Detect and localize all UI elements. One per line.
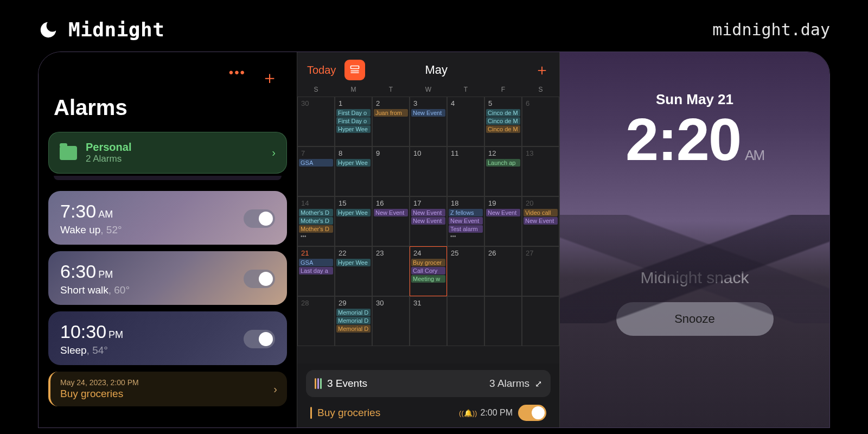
calendar-event[interactable]: Buy grocer: [411, 259, 445, 266]
calendar-event[interactable]: Memorial D: [336, 317, 371, 324]
calendar-event[interactable]: New Event: [449, 217, 483, 225]
day-number: 11: [449, 148, 483, 158]
calendar-cell[interactable]: 28: [297, 296, 335, 346]
calendar-event[interactable]: Test alarm: [449, 225, 483, 233]
calendar-event[interactable]: GSA: [299, 259, 333, 266]
calendar-event[interactable]: Z fellows: [449, 209, 483, 216]
calendar-cell[interactable]: 19New Event: [484, 196, 522, 246]
calendar-event[interactable]: Mother's D: [299, 217, 333, 225]
calendar-cell[interactable]: 24Buy grocerCall CoryMeeting w: [410, 246, 447, 296]
calendar-cell[interactable]: [447, 296, 484, 346]
calendar-cell[interactable]: 31: [410, 296, 447, 346]
moon-icon: [38, 20, 59, 40]
calendar-cell[interactable]: 8Hyper Wee: [335, 146, 372, 196]
alarm-card[interactable]: 6:30PMShort walk, 60°: [48, 251, 287, 305]
alarm-toggle[interactable]: [244, 330, 275, 348]
alarm-label: Wake up: [60, 224, 100, 235]
reminder-card[interactable]: May 24, 2023, 2:00 PM Buy groceries ›: [48, 372, 287, 406]
calendar-event[interactable]: New Event: [374, 209, 408, 216]
calendar-event[interactable]: Hyper Wee: [336, 125, 371, 133]
calendar-event[interactable]: First Day o: [336, 109, 371, 117]
task-indicator: [310, 407, 312, 419]
calendar-cell[interactable]: 2Juan from: [372, 97, 410, 146]
alarm-card[interactable]: 7:30AMWake up, 52°: [48, 191, 287, 245]
more-icon[interactable]: •••: [229, 66, 246, 90]
task-toggle[interactable]: [518, 405, 546, 421]
calendar-cell[interactable]: 21GSALast day a: [297, 246, 335, 296]
calendar-cell[interactable]: [484, 296, 522, 346]
calendar-cell[interactable]: 25: [447, 246, 484, 296]
more-events[interactable]: •••: [299, 233, 333, 239]
alarm-temp: , 52°: [100, 224, 122, 235]
calendar-cell[interactable]: 1First Day oFirst Day oHyper Wee: [335, 97, 372, 146]
day-summary[interactable]: 3 Events 3 Alarms ⤢: [306, 370, 551, 397]
add-event-button[interactable]: ＋: [534, 60, 550, 80]
calendar-cell[interactable]: 15Hyper Wee: [335, 196, 372, 246]
calendar-cell[interactable]: 14Mother's DMother's DMother's D•••: [297, 196, 335, 246]
calendar-cell[interactable]: 13: [522, 146, 559, 196]
calendar-event[interactable]: New Event: [524, 217, 558, 225]
calendar-event[interactable]: Hyper Wee: [336, 159, 371, 167]
day-number: [524, 298, 558, 300]
calendar-event[interactable]: Memorial D: [336, 325, 371, 333]
calendar-event[interactable]: Meeting w: [411, 275, 445, 283]
calendar-cell[interactable]: 11: [447, 146, 484, 196]
calendar-cell[interactable]: 22Hyper Wee: [335, 246, 372, 296]
calendar-cell[interactable]: 5Cinco de MCinco de MCinco de M: [484, 97, 522, 146]
calendar-event[interactable]: Video call: [524, 209, 558, 216]
day-number: 6: [524, 98, 558, 108]
calendar-event[interactable]: Memorial D: [336, 309, 371, 316]
alarm-toggle[interactable]: [244, 209, 275, 228]
day-number: 25: [449, 248, 483, 258]
calendar-cell[interactable]: 16New Event: [372, 196, 410, 246]
calendar-cell[interactable]: 30: [372, 296, 410, 346]
calendar-cell[interactable]: 18Z fellowsNew EventTest alarm•••: [447, 196, 484, 246]
calendar-event[interactable]: Hyper Wee: [336, 209, 371, 216]
calendar-cell[interactable]: 4: [447, 97, 484, 146]
calendar-cell[interactable]: 9: [372, 146, 410, 196]
calendar-event[interactable]: Cinco de M: [486, 109, 520, 117]
calendar-cell[interactable]: 26: [484, 246, 522, 296]
alarm-card[interactable]: 10:30PMSleep, 54°: [48, 311, 287, 365]
chevron-right-icon: ›: [272, 146, 276, 159]
calendar-cell[interactable]: 29Memorial DMemorial DMemorial D: [335, 296, 372, 346]
calendar-event[interactable]: Call Cory: [411, 267, 445, 275]
calendar-event[interactable]: Cinco de M: [486, 117, 520, 125]
calendar-event[interactable]: Mother's D: [299, 225, 333, 233]
calendar-event[interactable]: Cinco de M: [486, 125, 520, 133]
site-url: midnight.day: [712, 20, 830, 39]
calendar-event[interactable]: New Event: [411, 217, 445, 225]
calendar-cell[interactable]: 30: [297, 97, 335, 146]
calendar-cell[interactable]: 10: [410, 146, 447, 196]
day-number: 4: [449, 98, 483, 108]
calendar-event[interactable]: GSA: [299, 159, 333, 167]
calendar-cell[interactable]: 23: [372, 246, 410, 296]
calendar-cell[interactable]: 7GSA: [297, 146, 335, 196]
calendar-event[interactable]: Hyper Wee: [336, 259, 371, 266]
more-events[interactable]: •••: [449, 233, 483, 239]
calendar-event[interactable]: Juan from: [374, 109, 408, 117]
calendar-event[interactable]: New Event: [411, 109, 445, 117]
calendar-cell[interactable]: 3New Event: [410, 97, 447, 146]
calendar-cell[interactable]: 20Video callNew Event: [522, 196, 559, 246]
calendar-cell[interactable]: 17New EventNew Event: [410, 196, 447, 246]
calendar-cell[interactable]: 27: [522, 246, 559, 296]
calendar-event[interactable]: Last day a: [299, 267, 333, 275]
calendar-event[interactable]: New Event: [411, 209, 445, 216]
calendar-cell[interactable]: [522, 296, 559, 346]
alarm-folder[interactable]: Personal 2 Alarms ›: [48, 132, 287, 174]
today-button[interactable]: Today: [307, 64, 336, 76]
calendar-event[interactable]: Mother's D: [299, 209, 333, 216]
day-number: 8: [336, 148, 371, 158]
calendar-cell[interactable]: 12Launch ap: [484, 146, 522, 196]
add-alarm-button[interactable]: ＋: [261, 66, 278, 90]
calendar-event[interactable]: Launch ap: [486, 159, 520, 167]
calendar-event[interactable]: New Event: [486, 209, 520, 216]
brand: Midnight: [38, 18, 164, 41]
month-label: May: [338, 63, 534, 77]
day-number: [486, 298, 520, 300]
calendar-cell[interactable]: 6: [522, 97, 559, 146]
calendar-event[interactable]: First Day o: [336, 117, 371, 125]
task-row[interactable]: Buy groceries ((🔔)) 2:00 PM: [306, 397, 551, 421]
alarm-toggle[interactable]: [244, 270, 275, 288]
